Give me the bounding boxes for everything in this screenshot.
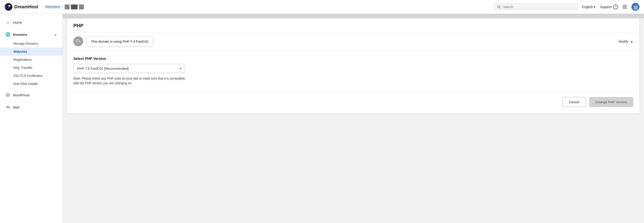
sidebar-mail-label: Mail xyxy=(13,105,19,109)
breadcrumb-block-1 xyxy=(64,4,70,9)
php-domain-status-text: This domain is using PHP 7.4 FastCGI xyxy=(91,39,148,43)
breadcrumb: Websites › xyxy=(46,4,490,9)
modify-label: Modify xyxy=(618,39,628,43)
breadcrumb-separator: › xyxy=(62,5,63,9)
php-domain-row: 🐘 This domain is using PHP 7.4 FastCGI M… xyxy=(67,32,640,50)
sidebar-one-click-label: One-Click Installs xyxy=(14,82,38,86)
svg-point-3 xyxy=(8,5,10,7)
nav-icons xyxy=(622,5,627,9)
sidebar-wordpress-section: Ⓦ WordPress xyxy=(0,89,62,101)
wordpress-icon: Ⓦ xyxy=(5,92,10,98)
globe-icon: 🌐 xyxy=(5,32,10,37)
php-page-title: PHP xyxy=(73,23,633,29)
chevron-up-icon: ▲ xyxy=(630,39,633,43)
modify-button[interactable]: Modify ▲ xyxy=(618,39,633,43)
support-label: Support xyxy=(600,5,612,9)
logo-text: DreamHost xyxy=(14,4,38,9)
sidebar-item-ssl-certs[interactable]: SSL/TLS Certificates xyxy=(0,72,62,80)
nav-right: English ▾ Support ? 🤖 xyxy=(582,3,640,11)
sidebar-domains-parent[interactable]: 🌐 Domains ▲ xyxy=(0,29,62,39)
top-navigation: DreamHost Websites › English ▾ Support ? xyxy=(0,0,644,14)
content-background: PHP 🐘 This domain is using PHP 7.4 FastC… xyxy=(62,18,644,223)
sidebar-domains-label: Domains xyxy=(13,33,27,36)
language-selector[interactable]: English ▾ xyxy=(582,5,596,9)
notifications-icon[interactable] xyxy=(622,5,627,9)
cancel-button[interactable]: Cancel xyxy=(562,97,586,107)
sidebar-mail-section: ✉ Mail xyxy=(0,101,62,113)
sidebar-reg-transfer-label: Reg. Transfer xyxy=(14,66,32,69)
language-label: English xyxy=(582,5,593,9)
sidebar-registrations-label: Registrations xyxy=(14,58,32,61)
home-icon: ⌂ xyxy=(5,20,10,25)
php-header: PHP xyxy=(67,18,640,32)
sidebar-item-reg-transfer[interactable]: Reg. Transfer xyxy=(0,64,62,72)
breadcrumb-block-2 xyxy=(71,4,78,9)
sidebar-home-section: ⌂ Home xyxy=(0,16,62,28)
search-icon xyxy=(497,5,501,9)
change-php-version-button[interactable]: Change PHP Version xyxy=(589,97,633,107)
sidebar-item-wordpress[interactable]: Ⓦ WordPress xyxy=(0,90,62,100)
sidebar-manage-domains-label: Manage Domains xyxy=(14,42,38,45)
breadcrumb-blocks xyxy=(64,4,84,9)
mail-icon: ✉ xyxy=(5,105,10,110)
breadcrumb-websites-link[interactable]: Websites xyxy=(46,5,60,9)
support-button[interactable]: Support ? xyxy=(600,4,618,9)
dropdown-arrow-icon: ▾ xyxy=(180,66,181,71)
php-select-section: Select PHP Version PHP 7.4 FastCGI [Reco… xyxy=(67,50,640,90)
support-circle-icon: ? xyxy=(613,4,618,9)
sidebar-item-one-click[interactable]: One-Click Installs xyxy=(0,80,62,88)
dreamhost-logo-icon xyxy=(4,3,12,11)
main-layout: ⌂ Home 🌐 Domains ▲ Manage Domains Websit… xyxy=(0,14,644,223)
php-domain-tooltip: This domain is using PHP 7.4 FastCGI xyxy=(86,37,153,46)
chevron-up-icon: ▲ xyxy=(54,33,57,36)
select-version-label: Select PHP Version xyxy=(73,57,633,61)
svg-point-2 xyxy=(6,5,8,9)
php-actions: Cancel Change PHP Version xyxy=(67,92,640,113)
php-version-dropdown[interactable]: PHP 7.4 FastCGI [Recommended] ▾ xyxy=(73,64,185,73)
sidebar-item-registrations[interactable]: Registrations xyxy=(0,56,62,64)
search-input[interactable] xyxy=(502,5,574,9)
php-version-selected: PHP 7.4 FastCGI [Recommended] xyxy=(77,67,180,70)
chevron-down-icon: ▾ xyxy=(594,5,596,9)
logo[interactable]: DreamHost xyxy=(4,3,38,11)
sidebar-home-label: Home xyxy=(13,20,22,24)
breadcrumb-block-3 xyxy=(79,4,84,9)
php-card: PHP 🐘 This domain is using PHP 7.4 FastC… xyxy=(67,18,640,113)
php-elephant-icon: 🐘 xyxy=(73,36,83,46)
sidebar-item-manage-domains[interactable]: Manage Domains xyxy=(0,39,62,48)
sidebar-item-home[interactable]: ⌂ Home xyxy=(0,17,62,27)
avatar[interactable]: 🤖 xyxy=(632,3,640,11)
sidebar-wordpress-label: WordPress xyxy=(13,93,30,97)
search-bar[interactable] xyxy=(493,3,578,10)
php-compatibility-note: Note: Please check any PHP code on your … xyxy=(73,76,185,86)
sidebar-ssl-label: SSL/TLS Certificates xyxy=(14,74,42,77)
sidebar-domains-section: 🌐 Domains ▲ Manage Domains Websites Regi… xyxy=(0,28,62,89)
content-area: PHP 🐘 This domain is using PHP 7.4 FastC… xyxy=(62,14,644,223)
sidebar-websites-label: Websites xyxy=(14,50,27,53)
svg-line-5 xyxy=(500,7,500,8)
avatar-emoji: 🤖 xyxy=(632,4,639,10)
sidebar-item-mail[interactable]: ✉ Mail xyxy=(0,102,62,112)
sidebar: ⌂ Home 🌐 Domains ▲ Manage Domains Websit… xyxy=(0,14,62,223)
sidebar-item-websites[interactable]: Websites xyxy=(0,48,62,56)
